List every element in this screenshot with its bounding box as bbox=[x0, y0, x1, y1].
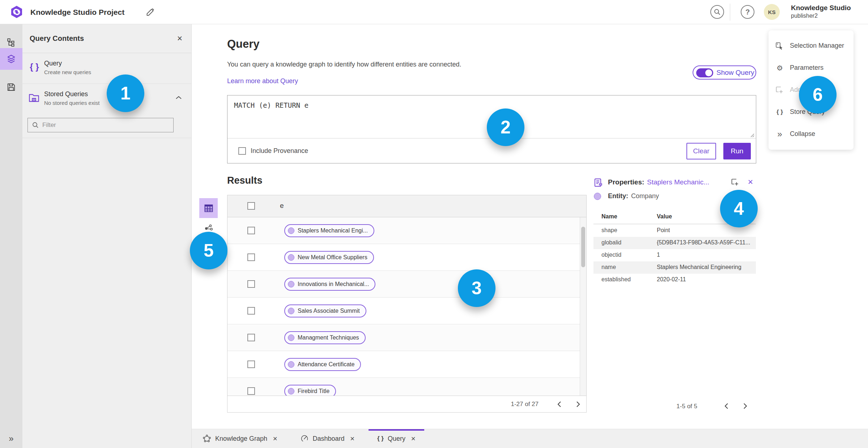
braces-icon: { } bbox=[377, 435, 384, 442]
property-row: globalid{5D9B4713-F98D-4A53-A59F-C11... bbox=[593, 237, 756, 249]
entity-pill[interactable]: New Metal Office Suppliers bbox=[284, 251, 374, 264]
row-checkbox[interactable] bbox=[247, 253, 255, 261]
column-header-e: e bbox=[280, 202, 284, 210]
next-page-button[interactable] bbox=[573, 399, 583, 410]
row-checkbox[interactable] bbox=[247, 280, 255, 288]
menu-item-selection-manager[interactable]: Selection Manager bbox=[769, 35, 854, 57]
table-row[interactable]: Innovations in Mechanical... bbox=[227, 271, 580, 298]
resize-handle[interactable] bbox=[749, 132, 754, 137]
entity-pill[interactable]: Attendance Certificate bbox=[284, 358, 361, 371]
add-to-map-icon[interactable] bbox=[731, 178, 739, 187]
item-subtitle: No stored queries exist bbox=[44, 100, 99, 106]
include-provenance-label: Include Provenance bbox=[251, 147, 308, 155]
run-button[interactable]: Run bbox=[723, 143, 751, 159]
menu-item-label: Selection Manager bbox=[790, 42, 844, 50]
name-column-header: Name bbox=[601, 213, 617, 220]
filter-input[interactable] bbox=[42, 118, 173, 132]
table-row[interactable]: Attendance Certificate bbox=[227, 351, 580, 378]
expand-rail-button[interactable]: » bbox=[0, 434, 22, 444]
learn-more-link[interactable]: Learn more about Query bbox=[227, 77, 298, 85]
panel-item-query[interactable]: { } Query Create new queries bbox=[22, 53, 191, 84]
property-row: nameStaplers Mechanical Engineering bbox=[593, 261, 756, 274]
panel-title: Query Contents bbox=[30, 34, 84, 43]
include-provenance-checkbox[interactable] bbox=[238, 147, 246, 155]
entity-icon bbox=[288, 254, 294, 261]
table-row[interactable]: Firebird Title bbox=[227, 378, 580, 396]
entity-pill-label: Staplers Mechanical Engi... bbox=[298, 227, 368, 234]
avatar[interactable]: KS bbox=[764, 4, 780, 20]
callout-badge-2: 2 bbox=[487, 108, 524, 146]
table-row[interactable]: Managment Techniques bbox=[227, 324, 580, 351]
entity-pill[interactable]: Staplers Mechanical Engi... bbox=[284, 224, 374, 237]
layers-rail-button[interactable] bbox=[0, 48, 22, 70]
knowledge-studio-logo-icon bbox=[10, 5, 23, 18]
bottom-tab-bar: Knowledge Graph ✕ Dashboard ✕ { } Query … bbox=[192, 429, 868, 448]
property-row: established2020-02-11 bbox=[593, 274, 756, 286]
row-checkbox[interactable] bbox=[247, 387, 255, 395]
select-all-checkbox[interactable] bbox=[247, 202, 255, 210]
entity-pill[interactable]: Sales Associate Summit bbox=[284, 304, 366, 317]
search-icon bbox=[32, 121, 39, 129]
collapse-section-icon[interactable] bbox=[175, 95, 182, 100]
user-role: publisher2 bbox=[791, 12, 851, 20]
clear-button[interactable]: Clear bbox=[686, 143, 716, 159]
property-row: shapePoint bbox=[593, 225, 756, 237]
properties-close-icon[interactable]: ✕ bbox=[748, 178, 753, 186]
panel-close-icon[interactable]: ✕ bbox=[177, 34, 183, 43]
save-rail-button[interactable] bbox=[0, 77, 22, 98]
tab-close-icon[interactable]: ✕ bbox=[350, 435, 355, 442]
tab-label: Query bbox=[388, 435, 405, 443]
top-bar: Knowledge Studio Project ? KS Knowledge … bbox=[0, 0, 868, 24]
table-row[interactable]: Sales Associate Summit bbox=[227, 298, 580, 324]
help-button[interactable]: ? bbox=[741, 5, 754, 19]
dashboard-icon bbox=[300, 434, 309, 443]
properties-prev-button[interactable] bbox=[721, 401, 732, 411]
entity-pill-label: Firebird Title bbox=[298, 388, 329, 394]
row-checkbox[interactable] bbox=[247, 334, 255, 341]
menu-item-collapse[interactable]: » Collapse bbox=[769, 123, 854, 145]
property-value: Point bbox=[657, 227, 670, 234]
table-row[interactable]: Staplers Mechanical Engi... bbox=[227, 217, 580, 244]
collapse-icon: » bbox=[775, 129, 784, 139]
tab-close-icon[interactable]: ✕ bbox=[273, 435, 277, 442]
property-name: globalid bbox=[601, 239, 621, 246]
editor-toolbar: Include Provenance Clear Run bbox=[227, 138, 756, 163]
table-view-button[interactable] bbox=[199, 198, 218, 218]
tab-query[interactable]: { } Query ✕ bbox=[369, 429, 424, 448]
tab-close-icon[interactable]: ✕ bbox=[411, 435, 416, 442]
entity-icon bbox=[288, 281, 294, 287]
scrollbar-thumb[interactable] bbox=[581, 227, 585, 267]
edit-title-icon[interactable] bbox=[146, 8, 155, 16]
entity-label: Entity: bbox=[608, 192, 628, 200]
show-query-toggle[interactable]: Show Query bbox=[693, 65, 756, 80]
property-name: shape bbox=[601, 227, 617, 234]
row-checkbox[interactable] bbox=[247, 360, 255, 368]
tab-dashboard[interactable]: Dashboard ✕ bbox=[292, 429, 363, 448]
row-checkbox[interactable] bbox=[247, 307, 255, 315]
callout-badge-4: 4 bbox=[720, 190, 758, 227]
save-icon bbox=[7, 82, 16, 92]
table-row[interactable]: New Metal Office Suppliers bbox=[227, 244, 580, 271]
left-icon-rail: » bbox=[0, 24, 22, 448]
topbar-divider bbox=[730, 4, 730, 21]
properties-next-button[interactable] bbox=[740, 401, 750, 411]
user-name: Knowledge Studio bbox=[791, 4, 851, 12]
results-rows: Staplers Mechanical Engi...New Metal Off… bbox=[227, 217, 580, 396]
tab-knowledge-graph[interactable]: Knowledge Graph ✕ bbox=[194, 429, 286, 448]
toggle-knob bbox=[705, 69, 712, 76]
properties-pagination-text: 1-5 of 5 bbox=[676, 403, 697, 410]
menu-item-parameters[interactable]: ⚙ Parameters bbox=[769, 57, 854, 79]
item-title: Stored Queries bbox=[44, 90, 88, 98]
entity-pill[interactable]: Innovations in Mechanical... bbox=[284, 278, 375, 291]
entity-icon bbox=[288, 361, 294, 368]
menu-item-label: Parameters bbox=[790, 64, 824, 72]
entity-pill[interactable]: Firebird Title bbox=[284, 385, 336, 396]
search-button[interactable] bbox=[710, 5, 724, 19]
properties-entity-link[interactable]: Staplers Mechanic... bbox=[647, 178, 709, 186]
results-table-header: e bbox=[227, 195, 586, 217]
table-icon bbox=[204, 203, 214, 213]
entity-pill[interactable]: Managment Techniques bbox=[284, 331, 366, 344]
row-checkbox[interactable] bbox=[247, 227, 255, 234]
property-name: objectid bbox=[601, 252, 621, 258]
prev-page-button[interactable] bbox=[554, 399, 565, 410]
